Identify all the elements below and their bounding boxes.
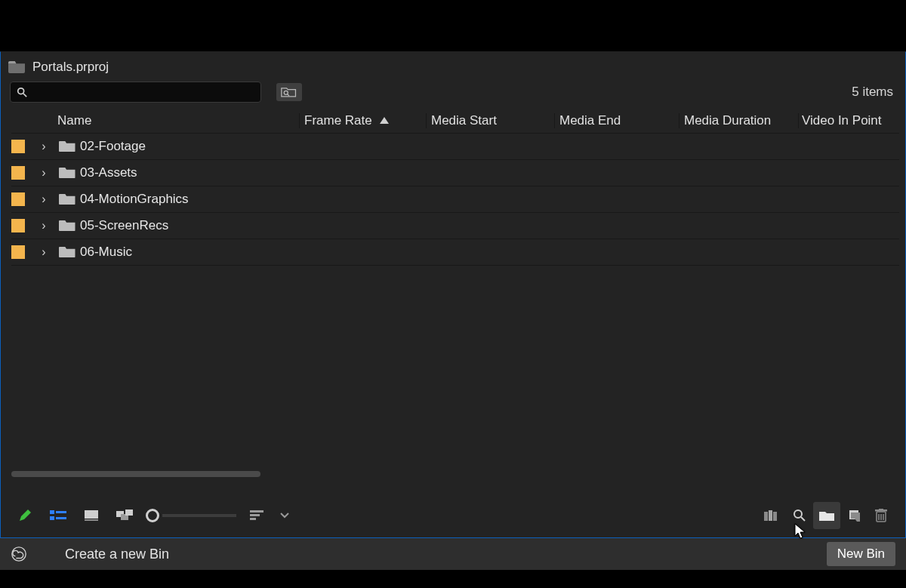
bin-row[interactable]: › 05-ScreenRecs (11, 213, 899, 239)
bin-list: › 02-Footage › 03-Assets › 04-MotionGrap… (11, 134, 899, 266)
filmstrip-icon (764, 509, 781, 522)
zoom-track (162, 514, 236, 517)
svg-rect-12 (125, 509, 133, 516)
svg-rect-14 (250, 514, 260, 516)
bin-name: 03-Assets (80, 165, 899, 180)
expand-toggle[interactable]: › (34, 192, 54, 206)
svg-rect-15 (250, 518, 256, 520)
sort-icon (250, 510, 265, 521)
svg-line-20 (801, 517, 805, 521)
panel-header: Portals.prproj (1, 52, 905, 82)
icon-view-icon (85, 510, 98, 521)
write-toggle-button[interactable] (11, 502, 39, 529)
horizontal-scrollbar[interactable] (11, 471, 899, 479)
sort-menu-button[interactable] (271, 502, 298, 529)
label-chip[interactable] (11, 219, 25, 232)
search-icon (793, 509, 806, 522)
tutorial-bar: Create a new Bin New Bin (0, 538, 906, 570)
bin-name: 04-MotionGraphics (80, 192, 899, 207)
column-header-video-in-point[interactable]: Video In Point (799, 113, 895, 128)
automate-to-sequence-button[interactable] (759, 502, 786, 529)
filter-bin-icon (281, 86, 297, 98)
project-name: Portals.prproj (32, 60, 109, 75)
trash-icon (875, 509, 887, 522)
chevron-down-icon (280, 513, 289, 519)
bin-icon (59, 247, 76, 257)
label-chip[interactable] (11, 166, 25, 180)
sort-button[interactable] (244, 502, 271, 529)
freeform-view-icon (116, 509, 133, 522)
new-item-button[interactable] (840, 502, 867, 529)
expand-toggle[interactable]: › (34, 219, 54, 232)
icon-view-button[interactable] (78, 502, 105, 529)
tutorial-action-button[interactable]: New Bin (827, 542, 895, 566)
chevron-right-icon: › (42, 192, 45, 206)
find-button[interactable] (786, 502, 813, 529)
tutorial-hint: Create a new Bin (65, 546, 169, 562)
svg-line-3 (287, 94, 289, 97)
chevron-right-icon: › (42, 219, 45, 232)
svg-rect-13 (250, 510, 263, 513)
delete-button[interactable] (867, 502, 895, 529)
bin-row[interactable]: › 06-Music (11, 239, 899, 266)
bin-row[interactable]: › 03-Assets (11, 160, 899, 186)
creative-cloud-icon (11, 546, 27, 562)
svg-rect-9 (85, 519, 98, 521)
search-row: 5 items (1, 82, 905, 108)
sort-ascending-icon (380, 117, 389, 124)
svg-rect-23 (879, 509, 883, 510)
svg-point-19 (794, 510, 802, 518)
search-icon (17, 87, 27, 97)
new-bin-button[interactable] (813, 502, 840, 529)
new-bin-icon (818, 509, 835, 522)
expand-toggle[interactable]: › (34, 140, 54, 153)
svg-rect-16 (764, 512, 768, 521)
svg-rect-5 (56, 511, 66, 513)
list-view-icon (50, 509, 66, 522)
expand-toggle[interactable]: › (34, 166, 54, 180)
label-chip[interactable] (11, 245, 25, 259)
chevron-right-icon: › (42, 166, 45, 180)
bin-row[interactable]: › 04-MotionGraphics (11, 186, 899, 213)
bin-icon (59, 141, 76, 152)
bin-name: 05-ScreenRecs (80, 218, 899, 233)
svg-line-1 (23, 94, 26, 97)
chevron-right-icon: › (42, 140, 45, 153)
pencil-icon (17, 508, 32, 523)
scrollbar-thumb[interactable] (11, 471, 260, 477)
column-header-frame-rate[interactable]: Frame Rate (300, 113, 427, 128)
bin-name: 06-Music (80, 245, 899, 260)
label-chip[interactable] (11, 192, 25, 206)
column-header-media-end[interactable]: Media End (555, 113, 680, 128)
svg-point-0 (18, 88, 24, 94)
zoom-slider[interactable] (146, 509, 236, 522)
freeform-view-button[interactable] (111, 502, 138, 529)
column-header-name[interactable]: Name (53, 113, 300, 128)
svg-rect-17 (769, 510, 772, 521)
filter-bin-button[interactable] (276, 83, 302, 101)
expand-toggle[interactable]: › (34, 245, 54, 259)
bin-icon (59, 220, 76, 231)
svg-rect-6 (50, 516, 54, 520)
list-view-button[interactable] (45, 502, 72, 529)
column-header-media-start[interactable]: Media Start (427, 113, 555, 128)
label-chip[interactable] (11, 140, 25, 153)
svg-rect-18 (773, 512, 777, 521)
svg-rect-4 (50, 510, 54, 514)
column-header-media-duration[interactable]: Media Duration (680, 113, 799, 128)
project-panel: Portals.prproj 5 items Name Frame Rate M… (0, 51, 906, 538)
chevron-right-icon: › (42, 245, 45, 259)
bin-row[interactable]: › 02-Footage (11, 134, 899, 160)
project-icon (8, 61, 25, 73)
bin-icon (59, 194, 76, 205)
svg-rect-7 (56, 517, 66, 519)
zoom-knob[interactable] (146, 509, 159, 522)
bin-icon (59, 168, 76, 178)
search-input[interactable] (32, 86, 254, 98)
svg-point-27 (12, 547, 26, 561)
items-count: 5 items (852, 85, 896, 100)
panel-footer (1, 492, 905, 537)
column-headers: Name Frame Rate Media Start Media End Me… (11, 108, 899, 134)
search-field[interactable] (10, 82, 261, 103)
svg-rect-8 (85, 510, 98, 519)
